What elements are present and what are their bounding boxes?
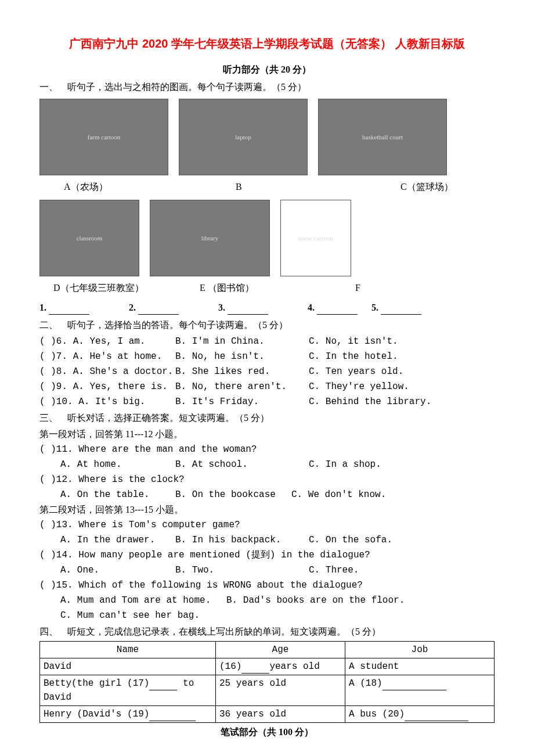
q13-c: C. On the sofa. [309, 533, 392, 547]
answer-blanks-row: 1. 2. 3. 4. 5. [39, 301, 495, 315]
q7-a: A. He's at home. [73, 351, 163, 362]
blank-3[interactable] [228, 305, 268, 315]
q10-a: A. It's big. [78, 397, 145, 407]
q14-c: C. Three. [309, 563, 359, 577]
q13-a: A. In the drawer. [60, 533, 175, 547]
q8-num: ( )8. [39, 366, 67, 377]
r1-age: (16)years old [216, 658, 345, 675]
q6: ( )6. A. Yes, I am. B. I'm in China. C. … [39, 334, 495, 348]
label-d: D（七年级三班教室） [39, 281, 196, 295]
section-1-heading: 一、 听句子，选出与之相符的图画。每个句子读两遍。（5 分） [39, 80, 495, 94]
table-row: Henry (David's (19) 36 years old A bus (… [40, 706, 495, 723]
image-b: laptop [179, 99, 308, 175]
q11-a: A. At home. [60, 458, 175, 471]
q12-options: A. On the table. B. On the bookcase C. W… [39, 488, 495, 502]
q6-c: C. No, it isn't. [309, 334, 398, 348]
r2-name: Betty(the girl (17) to David [40, 675, 216, 706]
q12-a: A. On the table. [60, 488, 175, 502]
blank-18[interactable] [383, 681, 446, 690]
q11: ( )11. Where are the man and the woman? [39, 442, 495, 456]
listening-header: 听力部分（共 20 分） [39, 63, 495, 77]
q12: ( )12. Where is the clock? [39, 473, 495, 487]
q10-num: ( )10. [39, 397, 73, 407]
q8-a: A. She's a doctor. [73, 366, 174, 377]
q12-c: C. We don't know. [291, 488, 386, 502]
blank-num-3: 3. [218, 303, 225, 312]
q14: ( )14. How many people are mentioned (提到… [39, 548, 495, 562]
label-a: A（农场） [39, 180, 215, 194]
label-b: B [215, 180, 377, 194]
r3-job: A bus (20) [345, 706, 495, 723]
q7: ( )7. A. He's at home. B. No, he isn't. … [39, 350, 495, 363]
q15-b: B. Dad's books are on the floor. [226, 593, 405, 607]
image-f: nurse cartoon [280, 200, 351, 276]
q9-b: B. No, there aren't. [175, 380, 309, 394]
blank-4[interactable] [317, 305, 358, 315]
blank-num-5: 5. [371, 303, 378, 312]
q6-a: A. Yes, I am. [73, 336, 146, 347]
q14-b: B. Two. [175, 563, 309, 577]
table-header-row: Name Age Job [40, 642, 495, 658]
blank-1[interactable] [49, 305, 89, 315]
q11-c: C. In a shop. [309, 458, 381, 471]
image-a: farm cartoon [39, 99, 168, 175]
blank-num-1: 1. [39, 303, 46, 312]
q7-b: B. No, he isn't. [175, 350, 309, 363]
section-2-heading: 二、 听句子，选择恰当的答语。每个句子读两遍。（5 分） [39, 318, 495, 332]
image-d: classroom [39, 200, 139, 276]
blank-5[interactable] [381, 305, 421, 315]
r3-name: Henry (David's (19) [40, 706, 216, 723]
label-f: F [334, 281, 360, 295]
q13: ( )13. Where is Tom's computer game? [39, 518, 495, 532]
q9-c: C. They're yellow. [309, 380, 409, 394]
q10: ( )10. A. It's big. B. It's Friday. C. B… [39, 395, 495, 409]
q9: ( )9. A. Yes, there is. B. No, there are… [39, 380, 495, 394]
th-age: Age [216, 642, 345, 658]
q7-num: ( )7. [39, 351, 67, 362]
blank-num-4: 4. [308, 303, 315, 312]
info-table: Name Age Job David (16)years old A stude… [39, 641, 495, 723]
q8-c: C. Ten years old. [309, 365, 403, 379]
blank-20[interactable] [405, 712, 468, 721]
label-row-1: A（农场） B C（篮球场） [39, 180, 495, 194]
q13-b: B. In his backpack. [175, 533, 309, 547]
q10-b: B. It's Friday. [175, 395, 309, 409]
blank-2[interactable] [138, 305, 179, 315]
document-title: 广西南宁九中 2020 学年七年级英语上学期段考试题（无答案） 人教新目标版 [39, 35, 495, 52]
q9-a: A. Yes, there is. [73, 381, 168, 392]
section-4-heading: 四、 听短文，完成信息记录表，在横线上写出所缺的单词。短文读两遍。（5 分） [39, 625, 495, 639]
q15-options-ab: A. Mum and Tom are at home. B. Dad's boo… [39, 593, 495, 607]
q11-options: A. At home. B. At school. C. In a shop. [39, 458, 495, 471]
q9-num: ( )9. [39, 381, 67, 392]
q15: ( )15. Which of the following is WRONG a… [39, 578, 495, 592]
th-job: Job [345, 642, 495, 658]
q7-c: C. In the hotel. [309, 350, 398, 363]
q6-b: B. I'm in China. [175, 334, 309, 348]
r3-age: 36 years old [216, 706, 345, 723]
r1-name: David [40, 658, 216, 675]
q6-num: ( )6. [39, 336, 67, 347]
r2-age: 25 years old [216, 675, 345, 706]
written-header: 笔试部分（共 100 分） [39, 725, 495, 739]
image-c: basketball court [318, 99, 447, 175]
blank-19[interactable] [149, 712, 196, 721]
q15-a: A. Mum and Tom are at home. [60, 593, 226, 607]
label-c: C（篮球场） [377, 180, 453, 194]
q8-b: B. She likes red. [175, 365, 309, 379]
dialog2-heading: 第二段对话，回答第 13---15 小题。 [39, 503, 495, 517]
blank-17[interactable] [149, 681, 177, 690]
q11-b: B. At school. [175, 458, 309, 471]
blank-num-2: 2. [129, 303, 136, 312]
image-e: library [150, 200, 270, 276]
q8: ( )8. A. She's a doctor. B. She likes re… [39, 365, 495, 379]
r2-job: A (18) [345, 675, 495, 706]
blank-16[interactable] [241, 664, 269, 674]
image-row-1: farm cartoon laptop basketball court [39, 99, 495, 175]
table-row: David (16)years old A student [40, 658, 495, 675]
r1-job: A student [345, 658, 495, 675]
q12-b: B. On the bookcase [175, 488, 291, 502]
q14-a: A. One. [60, 563, 175, 577]
label-e: E （图书馆） [196, 281, 334, 295]
table-row: Betty(the girl (17) to David 25 years ol… [40, 675, 495, 706]
image-row-2: classroom library nurse cartoon [39, 200, 495, 276]
